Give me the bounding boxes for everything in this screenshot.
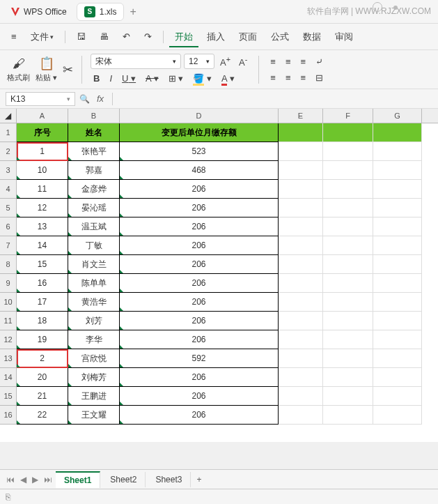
cell[interactable] bbox=[279, 368, 323, 387]
cell[interactable] bbox=[279, 406, 323, 425]
cell[interactable] bbox=[279, 293, 323, 312]
cell[interactable] bbox=[323, 123, 373, 142]
increase-font-icon[interactable]: A+ bbox=[217, 54, 233, 69]
align-middle-icon[interactable]: ≡ bbox=[283, 55, 294, 68]
cell[interactable] bbox=[323, 217, 373, 236]
add-sheet-button[interactable]: + bbox=[192, 473, 205, 486]
tab-page[interactable]: 页面 bbox=[233, 26, 263, 47]
row-header[interactable]: 2 bbox=[0, 142, 17, 161]
cell[interactable]: 206 bbox=[120, 387, 279, 406]
new-tab-button[interactable]: + bbox=[130, 6, 136, 18]
cell[interactable]: 金彦烨 bbox=[68, 180, 120, 199]
cell[interactable] bbox=[373, 236, 422, 255]
strike-button[interactable]: A ▾ bbox=[143, 72, 162, 85]
format-brush-button[interactable]: 🖌 格式刷 bbox=[7, 56, 30, 83]
col-header[interactable]: G bbox=[373, 109, 422, 123]
tab-start[interactable]: 开始 bbox=[169, 26, 198, 47]
document-tab[interactable]: S 1.xls bbox=[77, 3, 125, 21]
cell[interactable]: 晏沁瑶 bbox=[68, 199, 120, 217]
cell[interactable] bbox=[279, 161, 323, 180]
formula-bar-input[interactable] bbox=[112, 93, 432, 105]
sheet-tab-3[interactable]: Sheet3 bbox=[147, 472, 191, 487]
cell[interactable]: 2 bbox=[17, 349, 68, 368]
font-name-select[interactable]: 宋体▾ bbox=[91, 54, 181, 69]
row-header[interactable]: 4 bbox=[0, 180, 17, 199]
cell[interactable] bbox=[279, 349, 323, 368]
cell[interactable]: 11 bbox=[17, 180, 68, 199]
select-all-corner[interactable]: ◢ bbox=[0, 109, 17, 123]
align-bottom-icon[interactable]: ≡ bbox=[298, 55, 309, 68]
cell[interactable]: 刘芳 bbox=[68, 312, 120, 330]
cell[interactable] bbox=[373, 199, 422, 217]
cell[interactable]: 468 bbox=[120, 161, 279, 180]
cell[interactable] bbox=[323, 293, 373, 312]
paste-button[interactable]: 📋 粘贴 ▾ bbox=[36, 56, 57, 83]
cell[interactable]: 22 bbox=[17, 406, 68, 425]
cell[interactable] bbox=[279, 387, 323, 406]
cell[interactable] bbox=[279, 312, 323, 330]
cell[interactable]: 206 bbox=[120, 368, 279, 387]
print-icon[interactable]: 🖶 bbox=[94, 27, 114, 46]
row-header[interactable]: 1 bbox=[0, 123, 17, 142]
cell[interactable] bbox=[373, 349, 422, 368]
cell[interactable]: 206 bbox=[120, 217, 279, 236]
row-header[interactable]: 16 bbox=[0, 406, 17, 425]
redo-icon[interactable]: ↷ bbox=[139, 27, 157, 46]
cell[interactable] bbox=[279, 123, 323, 142]
italic-button[interactable]: I bbox=[107, 72, 115, 85]
cell[interactable] bbox=[373, 142, 422, 161]
cell[interactable]: 206 bbox=[120, 274, 279, 293]
row-header[interactable]: 5 bbox=[0, 199, 17, 217]
sheet-tab-2[interactable]: Sheet2 bbox=[102, 472, 146, 487]
row-header[interactable]: 8 bbox=[0, 255, 17, 274]
wrap-text-icon[interactable]: ⤶ bbox=[313, 55, 326, 68]
col-header[interactable]: F bbox=[323, 109, 373, 123]
cell[interactable]: 李华 bbox=[68, 330, 120, 349]
cell[interactable]: 21 bbox=[17, 387, 68, 406]
cell[interactable]: 姓名 bbox=[68, 123, 120, 142]
cell[interactable]: 13 bbox=[17, 217, 68, 236]
cell[interactable] bbox=[323, 180, 373, 199]
cell[interactable]: 16 bbox=[17, 274, 68, 293]
tab-insert[interactable]: 插入 bbox=[201, 26, 230, 47]
cell[interactable] bbox=[323, 368, 373, 387]
sheet-nav-first-icon[interactable]: ⏮ bbox=[4, 473, 17, 486]
cell[interactable]: 12 bbox=[17, 199, 68, 217]
cell[interactable] bbox=[323, 387, 373, 406]
cell[interactable] bbox=[323, 330, 373, 349]
cell[interactable]: 王文耀 bbox=[68, 406, 120, 425]
cell[interactable]: 15 bbox=[17, 255, 68, 274]
search-icon[interactable]: 🔍 bbox=[79, 94, 90, 104]
cell[interactable]: 206 bbox=[120, 236, 279, 255]
cell[interactable]: 17 bbox=[17, 293, 68, 312]
cell[interactable]: 刘梅芳 bbox=[68, 368, 120, 387]
sheet-nav-prev-icon[interactable]: ◀ bbox=[18, 473, 29, 486]
tab-review[interactable]: 审阅 bbox=[329, 26, 359, 47]
cell[interactable] bbox=[279, 217, 323, 236]
cell[interactable]: 张艳平 bbox=[68, 142, 120, 161]
cell[interactable] bbox=[373, 255, 422, 274]
col-header[interactable]: E bbox=[279, 109, 323, 123]
save-icon[interactable]: 🖫 bbox=[71, 27, 91, 46]
cell[interactable] bbox=[373, 406, 422, 425]
cell[interactable] bbox=[279, 180, 323, 199]
cell[interactable]: 206 bbox=[120, 199, 279, 217]
col-header[interactable]: A bbox=[17, 109, 68, 123]
mode-icon[interactable]: ⎘ bbox=[6, 492, 10, 502]
col-header[interactable]: B bbox=[68, 109, 120, 123]
file-menu[interactable]: 文件 ▾ bbox=[25, 26, 59, 47]
fill-color-button[interactable]: 🪣 ▾ bbox=[190, 72, 214, 85]
cell[interactable] bbox=[373, 217, 422, 236]
cell[interactable]: 592 bbox=[120, 349, 279, 368]
sheet-nav-next-icon[interactable]: ▶ bbox=[30, 473, 40, 486]
row-header[interactable]: 3 bbox=[0, 161, 17, 180]
decrease-font-icon[interactable]: A- bbox=[236, 54, 250, 69]
cell[interactable] bbox=[323, 236, 373, 255]
row-header[interactable]: 6 bbox=[0, 217, 17, 236]
cell[interactable] bbox=[373, 123, 422, 142]
cell[interactable]: 206 bbox=[120, 312, 279, 330]
row-header[interactable]: 10 bbox=[0, 293, 17, 312]
cell[interactable]: 206 bbox=[120, 406, 279, 425]
cell[interactable] bbox=[373, 330, 422, 349]
cell[interactable] bbox=[279, 255, 323, 274]
